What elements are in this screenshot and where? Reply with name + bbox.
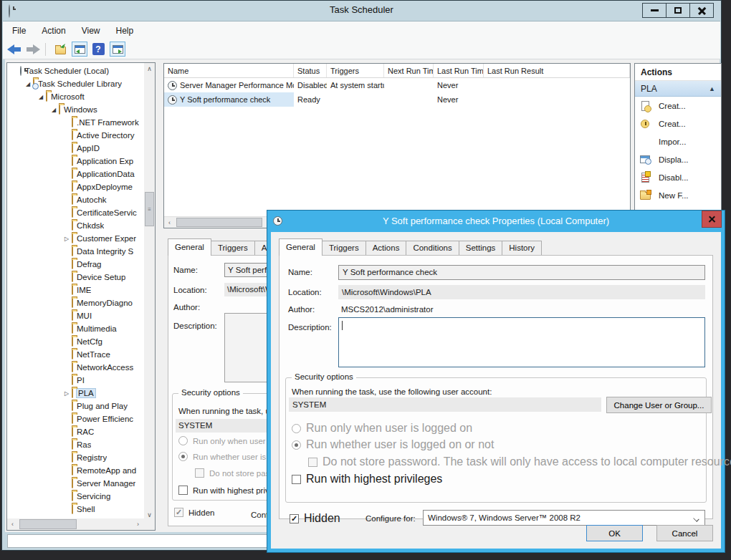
tree-item[interactable]: Task Scheduler (Local) [7,64,144,77]
description-field[interactable] [338,317,705,367]
no-password-option[interactable]: Do not store password. The task will onl… [308,455,731,468]
tree-item[interactable]: RAC [7,425,144,438]
scroll-right-icon[interactable]: › [133,518,143,529]
tree-item[interactable]: Defrag [7,258,144,271]
ok-button[interactable]: OK [586,525,643,541]
radio-unchecked-icon[interactable] [178,436,188,445]
tree-item[interactable]: RemoteApp and [7,464,144,477]
menu-view[interactable]: View [75,23,107,39]
column-header-next-run-time[interactable]: Next Run Time [384,64,434,77]
collapse-icon[interactable]: ▲ [709,85,715,92]
actions-item[interactable]: Impor... [635,132,721,150]
column-header-last-run-result[interactable]: Last Run Result [484,64,630,77]
forward-button[interactable] [24,41,42,58]
close-button[interactable] [689,3,714,18]
tree-vscroll-thumb[interactable]: ≡ [145,192,154,226]
hidden-option[interactable]: Hidden [290,512,340,525]
checkbox-checked-icon[interactable] [290,514,299,523]
minimize-button[interactable] [642,3,666,18]
tree-item[interactable]: Multimedia [7,322,144,335]
tree-item[interactable]: PI [7,374,144,387]
tree-item[interactable]: Plug and Play [7,400,144,412]
radio-checked-icon[interactable] [292,440,301,450]
dialog-close-button[interactable] [702,211,722,228]
tree-item[interactable]: MUI [7,309,144,322]
tree-item[interactable]: NetTrace [7,348,144,361]
tree-hscroll-thumb[interactable] [19,519,77,529]
export-button[interactable] [52,41,69,58]
show-console-tree-toggle[interactable] [72,42,87,57]
preview-tab-general[interactable]: General [168,238,211,256]
actions-item[interactable]: New F... [635,186,721,204]
column-header-status[interactable]: Status [294,64,327,77]
run-logged-on-option[interactable]: Run only when user is logged on [292,422,472,435]
actions-group-header[interactable]: PLA ▲ [635,81,721,97]
dialog-title-bar[interactable]: Y Soft performance check Properties (Loc… [267,211,725,232]
radio-unchecked-icon[interactable] [292,424,301,433]
tree-item[interactable]: MemoryDiagno [7,296,144,309]
task-row[interactable]: Server Manager Performance Monitor Disab… [164,78,630,92]
scroll-left-icon[interactable]: ‹ [164,217,175,228]
expander-icon[interactable] [62,236,72,242]
tree-item[interactable]: IME [7,284,144,296]
tree-item[interactable]: Application Exp [7,155,144,168]
tab-conditions[interactable]: Conditions [406,241,459,256]
preview-tab-triggers[interactable]: Triggers [211,241,255,256]
scroll-up-icon[interactable]: ∧ [144,63,155,74]
tree-item[interactable]: Registry [7,451,144,464]
checkbox-unchecked-icon[interactable] [308,458,317,467]
tree-item[interactable]: Ras [7,438,144,451]
expander-icon[interactable] [49,107,59,113]
title-bar[interactable]: Task Scheduler [2,1,721,21]
checkbox-unchecked-icon[interactable] [292,475,301,484]
menu-help[interactable]: Help [110,23,140,39]
tree-item[interactable]: AppxDeployme [7,180,144,193]
tab-general[interactable]: General [279,238,322,256]
tree-item[interactable]: AppID [7,142,144,155]
column-header-name[interactable]: Name [164,64,294,77]
tree-item[interactable]: Power Efficienc [7,412,144,425]
expander-icon[interactable] [62,390,72,397]
tab-settings[interactable]: Settings [459,241,503,256]
maximize-button[interactable] [666,3,690,18]
column-header-last-run-time[interactable]: Last Run Time [434,64,484,77]
tree-item[interactable]: .NET Framework [7,116,144,129]
tree-item[interactable]: NetworkAccess [7,361,144,374]
radio-checked-icon[interactable] [178,452,188,461]
tree-item[interactable]: NetCfg [7,335,144,348]
checkbox-checked-icon[interactable] [174,508,183,517]
run-whether-option[interactable]: Run whether user is logged on or not [292,438,494,451]
show-action-pane-toggle[interactable] [110,42,125,57]
tree-vertical-scrollbar[interactable]: ∧ ≡ ∨ [144,63,155,520]
tab-actions[interactable]: Actions [366,241,407,256]
tree-item[interactable]: Chkdsk [7,219,144,232]
tree-item[interactable]: Data Integrity S [7,245,144,258]
tree-item[interactable]: Shell [7,503,144,516]
hidden-option[interactable]: Hidden [174,508,214,517]
configure-for-select[interactable]: Windows® 7, Windows Server™ 2008 R2 [423,510,705,526]
cancel-button[interactable]: Cancel [656,525,713,541]
tree-item[interactable]: PLA [7,387,144,400]
menu-file[interactable]: File [6,23,32,39]
tree-item[interactable]: Microsoft [7,90,144,103]
change-user-button[interactable]: Change User or Group... [606,397,712,413]
actions-item[interactable]: Displa... [635,150,721,168]
actions-item[interactable]: Disabl... [635,168,721,186]
tree-item[interactable]: Device Setup [7,271,144,284]
tree-item[interactable]: Customer Exper [7,232,144,245]
tree-item[interactable]: Autochk [7,193,144,206]
checkbox-unchecked-icon[interactable] [195,468,204,478]
expander-icon[interactable] [23,81,33,87]
tree-item[interactable]: Task Scheduler Library [7,77,144,90]
tree-item[interactable]: Windows [7,103,144,116]
scroll-left-icon[interactable]: ‹ [7,518,18,529]
highest-privileges-option[interactable]: Run with highest privileges [292,473,442,486]
tree-item[interactable]: ApplicationData [7,168,144,180]
expander-icon[interactable] [36,94,46,100]
tree-item[interactable]: CertificateServic [7,206,144,219]
tree-horizontal-scrollbar[interactable]: ‹ › [7,518,155,530]
tab-history[interactable]: History [502,241,542,256]
menu-action[interactable]: Action [35,23,72,39]
column-header-triggers[interactable]: Triggers [327,64,384,77]
task-row[interactable]: Y Soft performance check Ready Never [164,92,630,107]
